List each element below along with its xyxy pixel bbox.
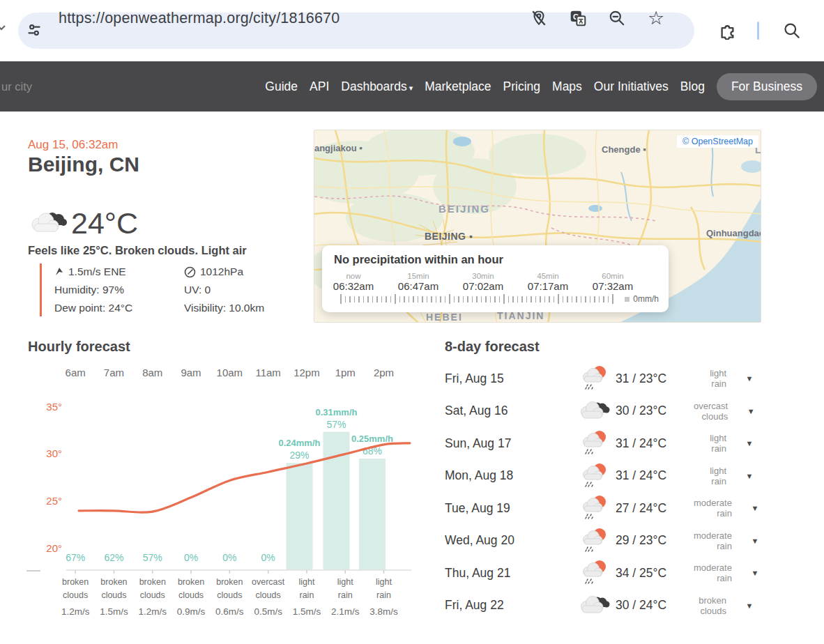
weather-icon-overcast-clouds xyxy=(574,399,616,423)
expand-caret-icon[interactable]: ▼ xyxy=(738,439,761,447)
ruler-tick xyxy=(585,296,586,302)
ruler-tick xyxy=(481,296,482,302)
ruler-tick xyxy=(590,296,591,302)
nav-item-dashboards[interactable]: Dashboards ▾ xyxy=(341,79,413,94)
city-search-input[interactable]: ur city xyxy=(1,61,32,112)
hour-label: 2pm xyxy=(365,367,403,378)
ruler-tick xyxy=(476,296,478,302)
nav-item-pricing[interactable]: Pricing xyxy=(503,79,541,94)
forecast-row-tue-aug-19[interactable]: Tue, Aug 1927 / 24°Cmoderate rain▼ xyxy=(445,492,761,525)
condition-label: lightrain xyxy=(287,576,326,602)
for-business-button[interactable]: For Business xyxy=(717,73,817,100)
ruler-tick xyxy=(404,296,405,302)
forecast-row-sat-aug-16[interactable]: Sat, Aug 1630 / 23°Covercast clouds▼ xyxy=(445,395,761,428)
temp-range: 27 / 24°C xyxy=(616,501,694,516)
ruler-tick xyxy=(345,296,346,302)
zoom-out-icon[interactable] xyxy=(608,9,626,27)
pop-label xyxy=(326,552,365,563)
wind-label: 0.6m/s xyxy=(211,606,249,617)
timeline-time-label: 07:02am xyxy=(452,280,514,292)
hour-label: 10am xyxy=(211,367,249,378)
day-label: Fri, Aug 22 xyxy=(445,598,574,613)
url-text[interactable]: https://openweathermap.org/city/1816670 xyxy=(59,0,339,36)
forecast-row-sun-aug-17[interactable]: Sun, Aug 1731 / 24°Clight rain▼ xyxy=(445,427,761,460)
condition-label: light rain xyxy=(694,368,738,389)
temp-range: 34 / 25°C xyxy=(616,566,694,581)
condition-label: overcastclouds xyxy=(249,576,287,602)
ruler-tick xyxy=(503,294,505,304)
location-off-icon[interactable] xyxy=(530,9,548,27)
pop-label: 57% xyxy=(133,552,171,563)
expand-caret-icon[interactable]: ▼ xyxy=(743,569,767,577)
expand-caret-icon[interactable]: ▼ xyxy=(738,374,761,383)
ruler-tick xyxy=(558,294,559,304)
ruler-tick xyxy=(376,296,378,302)
ruler-tick xyxy=(458,296,459,302)
chevron-down-icon[interactable] xyxy=(0,21,8,36)
expand-caret-icon[interactable]: ▼ xyxy=(743,537,767,545)
ruler-tick xyxy=(608,296,609,302)
temp-range: 31 / 24°C xyxy=(616,468,694,483)
pop-label xyxy=(365,552,403,563)
ruler-tick xyxy=(354,296,356,302)
pop-label: 0% xyxy=(211,552,249,563)
weather-icon-moderate-rain xyxy=(574,494,616,522)
ruler-tick xyxy=(409,296,410,302)
nav-item-marketplace[interactable]: Marketplace xyxy=(425,79,491,94)
ruler-tick xyxy=(449,294,450,304)
forecast-row-fri-aug-22[interactable]: Fri, Aug 2230 / 24°Cbroken clouds▼ xyxy=(445,590,761,622)
expand-caret-icon[interactable]: ▼ xyxy=(739,407,763,415)
pop-on-bar-label: 57% xyxy=(326,419,346,430)
forecast-row-fri-aug-15[interactable]: Fri, Aug 1531 / 23°Clight rain▼ xyxy=(445,362,761,395)
wind-label: 1.2m/s xyxy=(56,606,95,617)
daily-forecast-list: Fri, Aug 1531 / 23°Clight rain▼Sat, Aug … xyxy=(445,362,761,622)
ruler-tick xyxy=(494,296,496,302)
hour-label: 6am xyxy=(56,367,95,378)
weather-icon-light-rain xyxy=(574,365,616,392)
nav-item-blog[interactable]: Blog xyxy=(680,79,705,94)
forecast-row-mon-aug-18[interactable]: Mon, Aug 1831 / 24°Clight rain▼ xyxy=(445,460,761,493)
ruler-tick xyxy=(436,296,437,302)
ruler-tick xyxy=(381,296,383,302)
search-icon[interactable] xyxy=(782,21,801,43)
day-label: Fri, Aug 15 xyxy=(445,371,574,386)
nav-item-maps[interactable]: Maps xyxy=(552,79,582,94)
nav-item-guide[interactable]: Guide xyxy=(265,79,298,94)
openweathermap-city-page: https://openweathermap.org/city/1816670 … xyxy=(0,0,824,644)
ruler-tick xyxy=(395,294,396,304)
forecast-row-wed-aug-20[interactable]: Wed, Aug 2029 / 23°Cmoderate rain▼ xyxy=(445,525,761,558)
site-settings-icon[interactable] xyxy=(25,21,43,42)
ruler-tick xyxy=(581,296,582,302)
ruler-tick xyxy=(490,296,491,302)
y-axis-tick: 30° xyxy=(46,447,62,459)
expand-caret-icon[interactable]: ▼ xyxy=(738,601,761,610)
timeline-time-label: 06:32am xyxy=(322,280,385,292)
pressure-value: 1012hPa xyxy=(184,263,264,280)
nav-item-api[interactable]: API xyxy=(310,79,329,94)
ruler-tick xyxy=(521,296,523,302)
ruler-tick xyxy=(349,296,351,302)
hourly-pop-row: 67%62%57%0%0%0% xyxy=(56,552,404,563)
expand-caret-icon[interactable]: ▼ xyxy=(743,504,767,512)
temp-range: 30 / 23°C xyxy=(616,404,694,418)
forecast-row-thu-aug-21[interactable]: Thu, Aug 2134 / 25°Cmoderate rain▼ xyxy=(445,557,761,590)
translate-icon[interactable]: G xyxy=(569,9,587,27)
timeline-rel-label: 30min xyxy=(452,272,514,280)
ruler-tick xyxy=(413,296,414,302)
nav-item-our-initiatives[interactable]: Our Initiatives xyxy=(594,79,669,94)
bookmark-star-icon[interactable]: ☆ xyxy=(647,9,665,27)
weather-details: 1.5m/s ENE 1012hPa Humidity: 97% UV: 0 D… xyxy=(40,263,264,316)
weather-icon-moderate-rain xyxy=(574,527,616,555)
expand-caret-icon[interactable]: ▼ xyxy=(738,472,761,480)
ruler-tick xyxy=(603,296,604,302)
extensions-icon[interactable] xyxy=(718,21,737,43)
osm-attribution-link[interactable]: © OpenStreetMap xyxy=(677,135,758,148)
hourly-wind-row: 1.2m/s1.5m/s1.2m/s0.9m/s0.6m/s0.5m/s1.5m… xyxy=(56,606,404,617)
popup-title: No precipitation within an hour xyxy=(334,253,503,266)
day-label: Sat, Aug 16 xyxy=(445,404,574,418)
timeline-step: 30min07:02am xyxy=(452,272,514,292)
weather-icon-broken-clouds xyxy=(574,594,616,618)
ruler-tick xyxy=(390,296,392,302)
map-label: HEBEI xyxy=(426,312,463,323)
timeline-step: 15min06:47am xyxy=(387,272,450,292)
